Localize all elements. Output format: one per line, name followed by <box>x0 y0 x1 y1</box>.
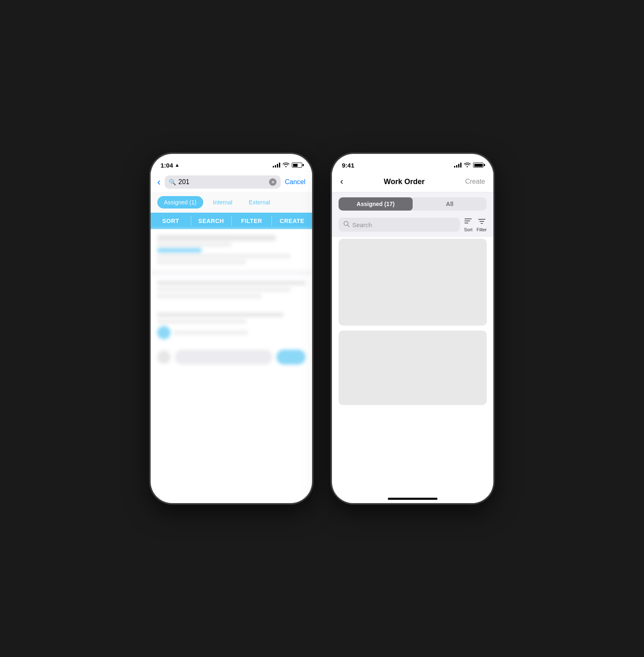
blur-row-6 <box>174 331 248 335</box>
search-icon-1: 🔍 <box>169 179 176 185</box>
status-icons-2 <box>454 162 483 168</box>
cancel-button[interactable]: Cancel <box>285 178 305 186</box>
search-input-wrap[interactable]: 🔍 201 ✕ <box>165 175 281 189</box>
list-area <box>151 229 312 503</box>
status-bar-2: 9:41 <box>332 154 493 172</box>
tab-external[interactable]: External <box>242 196 276 209</box>
status-time-2: 9:41 <box>342 162 354 169</box>
status-icons-1 <box>273 162 302 168</box>
blur-row-5 <box>157 319 246 324</box>
wo-card-2[interactable] <box>339 331 487 405</box>
scene: 1:04 ▲ ‹ <box>134 129 510 528</box>
status-bar-1: 1:04 ▲ <box>151 154 312 172</box>
clear-button[interactable]: ✕ <box>269 178 276 186</box>
filter-icon <box>478 218 486 227</box>
wifi-icon-1 <box>283 162 289 168</box>
filter-toolbar-item[interactable]: FILTER <box>232 213 272 229</box>
tab-assigned[interactable]: Assigned (1) <box>157 196 203 209</box>
tabs-row: Assigned (1) Internal External <box>151 192 312 213</box>
sort-toolbar-item[interactable]: SORT <box>151 213 191 229</box>
segment-all[interactable]: All <box>413 197 487 211</box>
blur-avatar-2 <box>157 350 171 364</box>
list-item-3 <box>151 307 312 345</box>
battery-icon-2 <box>473 163 483 168</box>
list-item-desc-2 <box>157 260 246 264</box>
phone-2: 9:41 ‹ Work Order <box>332 154 493 503</box>
wifi-icon-2 <box>464 162 471 168</box>
list-item-subtitle <box>157 242 231 247</box>
status-time-1: 1:04 <box>161 162 173 169</box>
blur-avatar <box>157 326 171 339</box>
search-placeholder: Search <box>352 221 372 228</box>
signal-icon-2 <box>454 163 461 168</box>
list-item-desc <box>157 254 291 258</box>
search-bar-wo[interactable]: Search <box>339 218 460 232</box>
page-title: Work Order <box>384 177 425 186</box>
toolbar: SORT SEARCH FILTER CREATE <box>151 213 312 229</box>
home-bar <box>388 498 437 500</box>
phone-1: 1:04 ▲ ‹ <box>151 154 312 503</box>
svg-line-1 <box>348 225 349 227</box>
blur-row-4 <box>157 313 283 317</box>
sort-icon <box>464 217 472 227</box>
blur-input <box>175 350 272 364</box>
blur-row-3 <box>157 294 261 298</box>
section-gap <box>151 270 312 275</box>
home-indicator <box>332 489 493 503</box>
search-toolbar-item[interactable]: SEARCH <box>191 213 231 229</box>
filter-label: Filter <box>477 227 487 232</box>
search-input[interactable]: 201 <box>178 178 267 186</box>
search-filter-row: Search Sort <box>332 216 493 237</box>
blur-send <box>276 350 305 364</box>
list-item <box>151 229 312 270</box>
nav-header: ‹ Work Order Create <box>332 172 493 192</box>
blur-row-2 <box>157 288 291 292</box>
signal-icon-1 <box>273 163 280 168</box>
battery-icon-1 <box>292 163 302 168</box>
sort-label: Sort <box>464 227 472 232</box>
back-button-2[interactable]: ‹ <box>340 176 343 187</box>
search-area: ‹ 🔍 201 ✕ Cancel <box>151 172 312 192</box>
location-icon: ▲ <box>175 162 180 168</box>
wo-card-1[interactable] <box>339 239 487 326</box>
search-icon-2 <box>344 221 350 228</box>
segment-inner: Assigned (17) All <box>339 197 487 211</box>
filter-button[interactable]: Filter <box>477 218 487 232</box>
segment-assigned[interactable]: Assigned (17) <box>339 197 413 211</box>
list-item-title <box>157 235 276 241</box>
list-item-2 <box>151 275 312 307</box>
sort-button[interactable]: Sort <box>464 217 472 232</box>
list-item-tag <box>157 248 202 252</box>
back-button-1[interactable]: ‹ <box>157 177 161 187</box>
segment-control: Assigned (17) All <box>332 192 493 216</box>
tab-internal[interactable]: Internal <box>207 196 239 209</box>
create-toolbar-item[interactable]: CREATE <box>272 213 312 229</box>
wo-cards-area <box>332 237 493 489</box>
create-nav-button[interactable]: Create <box>465 178 485 185</box>
blur-row <box>157 281 305 285</box>
bottom-bar <box>151 345 312 369</box>
